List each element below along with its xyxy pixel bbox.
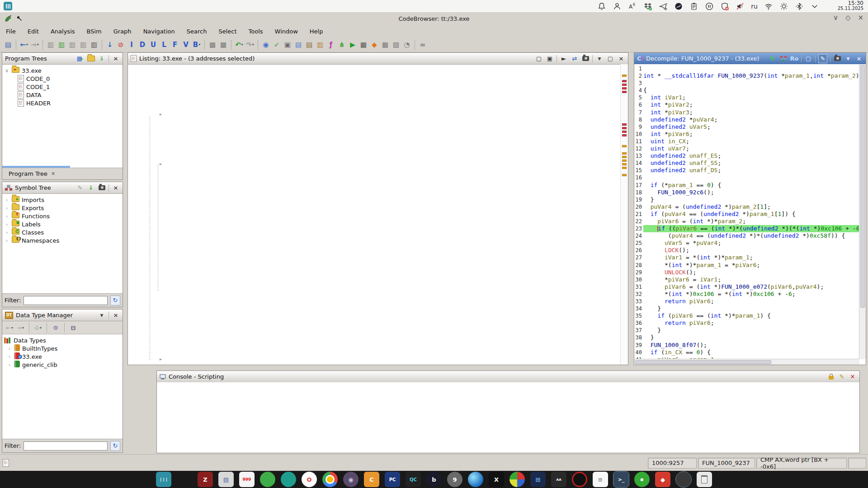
menu-select[interactable]: Select — [212, 27, 242, 36]
console-output[interactable] — [157, 382, 859, 453]
diff-view-icon[interactable]: ⇄ — [571, 55, 579, 63]
taskbar-icon-qc-app[interactable]: QC — [406, 472, 421, 487]
toolbar-clear-flow-icon[interactable]: ⊘ — [115, 39, 126, 50]
toolbar-memory-snapshot-icon[interactable]: ▥ — [89, 39, 99, 50]
decompiler-line[interactable]: 13 undefined2 unaff_ES; — [634, 152, 859, 160]
decompiler-line[interactable]: 14 undefined2 unaff_SS; — [634, 160, 859, 167]
edit-icon[interactable]: ✎ — [76, 184, 84, 192]
window-title-bar[interactable]: CodeBrowser: tt:/33.exe ∨ ◇ × — [0, 12, 868, 26]
toolbar-data-type-manager-icon[interactable]: ▥ — [315, 39, 326, 50]
clock[interactable]: 15:30 25.11.2025 — [838, 0, 863, 11]
marker[interactable] — [622, 163, 627, 165]
toolbar-instruction-info-icon[interactable]: ▣ — [282, 39, 293, 50]
toolbar-keyboard-icon[interactable]: ▦ — [358, 39, 369, 50]
decompiler-line[interactable]: 9 undefined2 uVar5; — [634, 123, 859, 131]
decompiler-line[interactable]: 26 LOCK(); — [634, 247, 859, 254]
decompiler-line[interactable]: 38 } — [634, 334, 859, 341]
tree-item-generic_clib[interactable]: › generic_clib — [4, 361, 123, 369]
keyboard-layout-indicator[interactable]: ru — [751, 3, 758, 10]
decompiler-hscrollbar[interactable] — [634, 359, 859, 365]
decompiler-line[interactable]: 11 uint in_CX; — [634, 138, 859, 145]
toolbar-format-d-icon[interactable]: D — [137, 39, 148, 50]
toolbar-bytes-view-icon[interactable]: ▤ — [304, 39, 315, 50]
import-icon[interactable]: ⇓ — [98, 55, 106, 63]
taskbar-icon-ghidra[interactable] — [676, 472, 691, 487]
marker[interactable] — [622, 174, 627, 176]
taskbar-icon-teal-app[interactable] — [281, 472, 296, 487]
shield-error-icon[interactable] — [720, 2, 729, 11]
toolbar-run-script-icon[interactable]: ▶ — [347, 39, 358, 50]
taskbar-icon-grid-app[interactable]: ⊞ — [530, 472, 546, 487]
toolbar-memory-2-icon[interactable]: ▥ — [56, 39, 67, 50]
taskbar-icon-chrome[interactable] — [322, 472, 338, 487]
listing-marker-margin[interactable] — [620, 64, 628, 365]
marker[interactable] — [622, 84, 627, 86]
decompiler-line[interactable]: 29 UNLOCK(); — [634, 269, 859, 276]
tree-item-imports[interactable]: ›▲ Imports — [4, 196, 123, 204]
chevron-down-icon[interactable] — [810, 2, 819, 11]
gear-icon[interactable]: ⚙ — [51, 323, 60, 332]
snapshot-icon[interactable] — [833, 55, 841, 63]
edit-icon[interactable]: ✎ — [818, 54, 827, 63]
tree-item-code_1[interactable]: CODE_1 — [4, 83, 123, 91]
taskbar-icon-manjaro[interactable]: ● — [634, 472, 650, 487]
decompiler-line[interactable]: 27 iVar1 = *(int *)*param_1; — [634, 254, 859, 261]
decompiler-line[interactable]: 23 if ((piVar6 == (int *)*(undefined2 *)… — [634, 225, 859, 232]
marker[interactable] — [622, 75, 627, 77]
forward-icon[interactable]: →▾ — [16, 323, 25, 332]
filter-options-icon[interactable]: ↻ — [110, 296, 120, 305]
import-icon[interactable]: ⇓ — [87, 184, 95, 192]
toolbar-format-v-icon[interactable]: V — [180, 39, 191, 50]
maximize-button[interactable]: ◇ — [845, 14, 851, 22]
dtm-header[interactable]: DT Data Type Manager ▼ × — [2, 310, 123, 321]
taskbar-icon-darktable[interactable]: ◉ — [343, 472, 359, 487]
menu-navigation[interactable]: Navigation — [137, 27, 181, 36]
decompiler-line[interactable]: 19 } — [634, 196, 859, 203]
toolbar-shared-link-icon[interactable]: ∞ — [417, 39, 428, 50]
taskbar-icon-gray-9[interactable]: 9 — [447, 472, 462, 487]
taskbar-icon-firefox[interactable] — [177, 472, 192, 487]
toolbar-memory-4-icon[interactable]: ▥ — [78, 39, 89, 50]
taskbar-icon-edge[interactable] — [468, 472, 483, 487]
toolbar-bookmarks-icon[interactable]: ▤ — [293, 39, 304, 50]
decompiler-line[interactable]: 1 — [634, 65, 859, 72]
toolbar-tables-icon[interactable]: ▦ — [380, 39, 391, 50]
toolbar-validate-icon[interactable]: ✓ — [271, 39, 282, 50]
toolbar-memory-1-icon[interactable]: ▥ — [45, 39, 56, 50]
tree-item-data[interactable]: DATA — [4, 91, 123, 99]
marker[interactable] — [622, 167, 627, 169]
toolbar-diamond-icon[interactable]: ◆ — [369, 39, 380, 50]
close-window-button[interactable]: × — [858, 14, 863, 22]
clipboard-icon[interactable] — [689, 2, 698, 11]
decompiler-line[interactable]: 24 (puVar4 == (undefined2 *)*(undefined2… — [634, 232, 859, 239]
taskbar-icon-green-app[interactable] — [260, 472, 275, 487]
decompiler-line[interactable]: 31 piVar6 = (int *)FUN_1000_e072(piVar6,… — [634, 283, 859, 291]
taskbar-icon-red-diamond[interactable]: ◆ — [655, 472, 670, 487]
brightness-icon[interactable] — [779, 2, 788, 11]
marker[interactable] — [622, 156, 627, 158]
marker[interactable] — [622, 160, 627, 162]
program-trees-header[interactable]: Program Trees ▦+ ⇓ × — [2, 53, 123, 65]
telegram-icon[interactable] — [659, 2, 668, 11]
user-icon[interactable] — [613, 2, 622, 11]
decompiler-line[interactable]: 8 undefined2 *puVar4; — [634, 116, 859, 123]
close-panel-icon[interactable]: × — [112, 55, 120, 63]
decompiler-line[interactable]: 10 int *piVar6; — [634, 131, 859, 138]
refresh-icon[interactable]: ↻ — [769, 55, 777, 63]
decompiler-line[interactable]: 22 piVar6 = (int *)*param_2; — [634, 218, 859, 225]
taskbar-icon-terminal[interactable]: >_ — [613, 472, 629, 487]
menu-bsim[interactable]: BSim — [81, 27, 108, 36]
decompiler-line[interactable]: 4{ — [634, 87, 859, 94]
tree-item-exports[interactable]: › Exports — [4, 204, 123, 212]
menu-tools[interactable]: Tools — [243, 27, 269, 36]
decompiler-line[interactable]: 20 puVar4 = (undefined2 *)param_2[1]; — [634, 203, 859, 211]
taskbar-icon-zotero[interactable]: Z — [198, 472, 213, 487]
dropdown-menu-icon[interactable]: ▼ — [844, 55, 852, 63]
decompiler-line[interactable]: 37 } — [634, 327, 859, 334]
toolbar-format-l-icon[interactable]: L — [159, 39, 170, 50]
decompiler-line[interactable]: 28 *(int *)*param_1 = *piVar6; — [634, 262, 859, 269]
menu-window[interactable]: Window — [269, 27, 304, 36]
toolbar-format-i-icon[interactable]: I — [126, 39, 137, 50]
associations-icon[interactable]: ⁘▾ — [33, 323, 42, 332]
tree-item-33-exe[interactable]: ›✔ 33.exe — [4, 352, 123, 361]
